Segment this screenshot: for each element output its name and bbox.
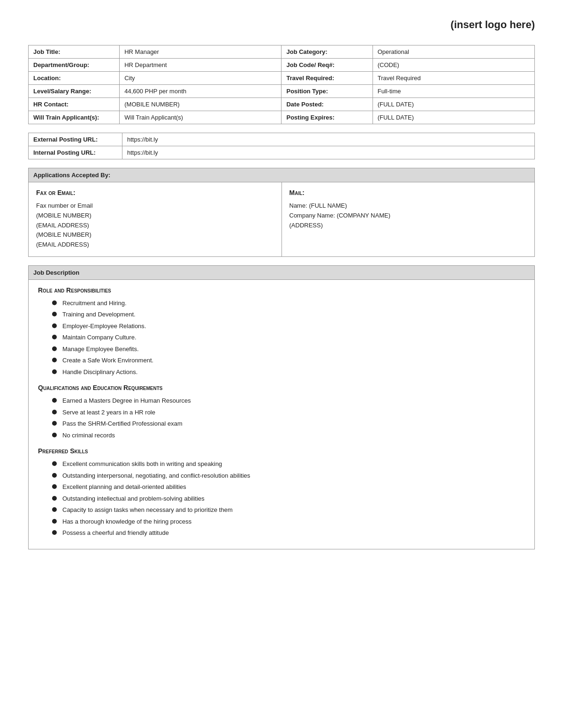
table-row: Job Title: HR Manager Job Category: Oper… <box>29 45 535 59</box>
list-item-text: Outstanding interpersonal, negotiating, … <box>62 471 250 480</box>
bullet-dot-icon <box>52 530 57 535</box>
bullet-dot-icon <box>52 300 57 305</box>
list-item: Pass the SHRM-Certified Professional exa… <box>52 419 525 428</box>
bullet-dot-icon <box>52 346 57 351</box>
url-table: External Posting URL: https://bit.ly Int… <box>28 133 535 159</box>
bullet-dot-icon <box>52 398 57 403</box>
list-item-text: Serve at least 2 years in a HR role <box>62 408 155 417</box>
field-label: Location: <box>29 72 120 85</box>
list-item-text: Manage Employee Benefits. <box>62 345 139 354</box>
field-label: Job Category: <box>282 45 373 59</box>
url-row: External Posting URL: https://bit.ly <box>29 133 535 146</box>
bullet-dot-icon <box>52 369 57 374</box>
table-row: Department/Group: HR Department Job Code… <box>29 59 535 72</box>
fax-line: Fax number or Email <box>36 201 274 211</box>
field-value: HR Manager <box>120 45 282 59</box>
list-item: Excellent planning and detail-oriented a… <box>52 482 525 492</box>
list-item: No criminal records <box>52 431 525 440</box>
bullet-dot-icon <box>52 461 57 466</box>
list-item-text: Employer-Employee Relations. <box>62 322 146 331</box>
field-label: Job Code/ Req#: <box>282 59 373 72</box>
fax-line: (MOBILE NUMBER) <box>36 211 274 221</box>
bullet-dot-icon <box>52 410 57 414</box>
bullet-dot-icon <box>52 358 57 362</box>
mail-line: Name: (FULL NAME) <box>289 201 527 211</box>
field-label: Level/Salary Range: <box>29 85 120 98</box>
field-value: (CODE) <box>373 59 534 72</box>
bullet-dot-icon <box>52 484 57 489</box>
subsection-title: Role and Responsibilities <box>38 286 525 294</box>
mail-content: Name: (FULL NAME)Company Name: (COMPANY … <box>289 201 527 230</box>
list-item-text: Training and Development. <box>62 310 136 319</box>
logo-text: (insert logo here) <box>28 19 535 31</box>
list-item: Create a Safe Work Environment. <box>52 356 525 365</box>
list-item: Capacity to assign tasks when necessary … <box>52 505 525 515</box>
list-item: Serve at least 2 years in a HR role <box>52 408 525 417</box>
bullet-dot-icon <box>52 312 57 316</box>
table-row: Will Train Applicant(s): Will Train Appl… <box>29 111 535 124</box>
url-value: https://bit.ly <box>122 146 535 159</box>
fax-content: Fax number or Email(MOBILE NUMBER)(EMAIL… <box>36 201 274 250</box>
field-value: Operational <box>373 45 534 59</box>
list-item: Recruitment and Hiring. <box>52 299 525 308</box>
url-value: https://bit.ly <box>122 133 535 146</box>
table-row: HR Contact: (MOBILE NUMBER) Date Posted:… <box>29 98 535 111</box>
list-item-text: Create a Safe Work Environment. <box>62 356 153 365</box>
list-item-text: Recruitment and Hiring. <box>62 299 127 308</box>
field-value: Full-time <box>373 85 534 98</box>
mail-title: Mail: <box>289 189 527 196</box>
list-item: Training and Development. <box>52 310 525 319</box>
applications-body: Fax or Email: Fax number or Email(MOBILE… <box>29 182 534 256</box>
fax-line: (MOBILE NUMBER) <box>36 230 274 240</box>
field-label: HR Contact: <box>29 98 120 111</box>
bullet-dot-icon <box>52 507 57 512</box>
list-item-text: Pass the SHRM-Certified Professional exa… <box>62 419 183 428</box>
list-item-text: Has a thorough knowledge of the hiring p… <box>62 517 191 526</box>
bullet-list: Recruitment and Hiring.Training and Deve… <box>38 299 525 377</box>
field-label: Will Train Applicant(s): <box>29 111 120 124</box>
applications-header: Applications Accepted By: <box>29 168 534 182</box>
bullet-dot-icon <box>52 473 57 478</box>
table-row: Level/Salary Range: 44,600 PHP per month… <box>29 85 535 98</box>
url-label: External Posting URL: <box>29 133 122 146</box>
table-row: Location: City Travel Required: Travel R… <box>29 72 535 85</box>
list-item-text: Handle Disciplinary Actions. <box>62 368 137 377</box>
mail-line: (ADDRESS) <box>289 221 527 231</box>
field-label: Posting Expires: <box>282 111 373 124</box>
job-description-box: Job Description Role and Responsibilitie… <box>28 265 535 549</box>
list-item-text: Maintain Company Culture. <box>62 333 137 342</box>
list-item: Manage Employee Benefits. <box>52 345 525 354</box>
list-item: Maintain Company Culture. <box>52 333 525 342</box>
field-value: Travel Required <box>373 72 534 85</box>
fax-line: (EMAIL ADDRESS) <box>36 240 274 250</box>
field-value: (FULL DATE) <box>373 98 534 111</box>
bullet-dot-icon <box>52 335 57 339</box>
list-item: Employer-Employee Relations. <box>52 322 525 331</box>
list-item-text: Possess a cheerful and friendly attitude <box>62 528 169 538</box>
list-item-text: Outstanding intellectual and problem-sol… <box>62 494 205 503</box>
job-description-body: Role and ResponsibilitiesRecruitment and… <box>29 280 534 549</box>
list-item: Outstanding interpersonal, negotiating, … <box>52 471 525 480</box>
fax-title: Fax or Email: <box>36 189 274 196</box>
subsection-title: Qualifications and Education Requirement… <box>38 384 525 391</box>
bullet-dot-icon <box>52 323 57 328</box>
list-item: Possess a cheerful and friendly attitude <box>52 528 525 538</box>
bullet-dot-icon <box>52 496 57 501</box>
field-label: Position Type: <box>282 85 373 98</box>
field-value: (MOBILE NUMBER) <box>120 98 282 111</box>
bullet-list: Earned a Masters Degree in Human Resourc… <box>38 396 525 440</box>
list-item: Has a thorough knowledge of the hiring p… <box>52 517 525 526</box>
job-description-header: Job Description <box>29 266 534 280</box>
list-item-text: Earned a Masters Degree in Human Resourc… <box>62 396 191 405</box>
field-value: (FULL DATE) <box>373 111 534 124</box>
list-item: Outstanding intellectual and problem-sol… <box>52 494 525 503</box>
list-item: Excellent communication skills both in w… <box>52 459 525 469</box>
field-value: City <box>120 72 282 85</box>
field-label: Travel Required: <box>282 72 373 85</box>
list-item: Earned a Masters Degree in Human Resourc… <box>52 396 525 405</box>
field-value: Will Train Applicant(s) <box>120 111 282 124</box>
field-label: Department/Group: <box>29 59 120 72</box>
fax-line: (EMAIL ADDRESS) <box>36 221 274 231</box>
field-value: HR Department <box>120 59 282 72</box>
list-item-text: Excellent communication skills both in w… <box>62 459 222 469</box>
